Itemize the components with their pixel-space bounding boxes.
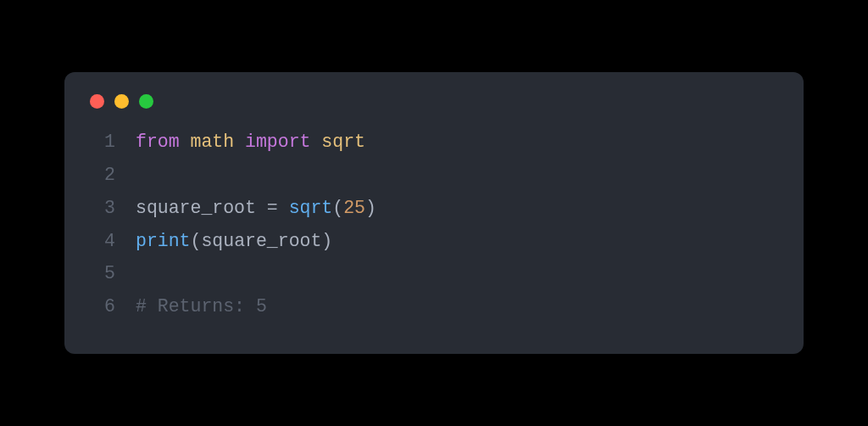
line-number: 3 [88,192,115,225]
line-number: 2 [88,159,115,192]
code-content: from math import sqrt [136,126,365,159]
code-token: from [136,132,180,152]
code-line: 5 [88,257,780,290]
code-content: square_root = sqrt(25) [136,192,376,225]
code-token: ) [365,198,376,218]
code-token: square_root [136,198,267,218]
code-token: import [245,132,310,152]
code-token: print [136,231,191,251]
code-token: ( [332,198,343,218]
code-line: 3square_root = sqrt(25) [88,192,780,225]
window-traffic-lights [88,94,780,109]
code-line: 1from math import sqrt [88,126,780,159]
code-token: sqrt [321,132,365,152]
code-token: sqrt [289,198,333,218]
line-number: 6 [88,290,115,323]
code-content: print(square_root) [136,225,332,258]
code-token [310,132,321,152]
code-token: 25 [343,198,365,218]
code-token: math [191,132,235,152]
code-token [180,132,191,152]
code-content: # Returns: 5 [136,290,267,323]
code-line: 2 [88,159,780,192]
code-line: 6# Returns: 5 [88,290,780,323]
code-line: 4print(square_root) [88,225,780,258]
code-token: ) [321,231,332,251]
code-window: 1from math import sqrt23square_root = sq… [64,72,804,353]
code-block: 1from math import sqrt23square_root = sq… [88,126,780,322]
code-token: = [267,198,289,218]
window-close-icon[interactable] [90,94,104,109]
code-token [234,132,245,152]
line-number: 5 [88,257,115,290]
line-number: 1 [88,126,115,159]
window-minimize-icon[interactable] [114,94,129,109]
line-number: 4 [88,225,115,258]
window-zoom-icon[interactable] [139,94,153,109]
code-token: square_root [201,231,321,251]
code-token: # Returns: 5 [136,296,267,317]
code-token: ( [191,231,202,251]
